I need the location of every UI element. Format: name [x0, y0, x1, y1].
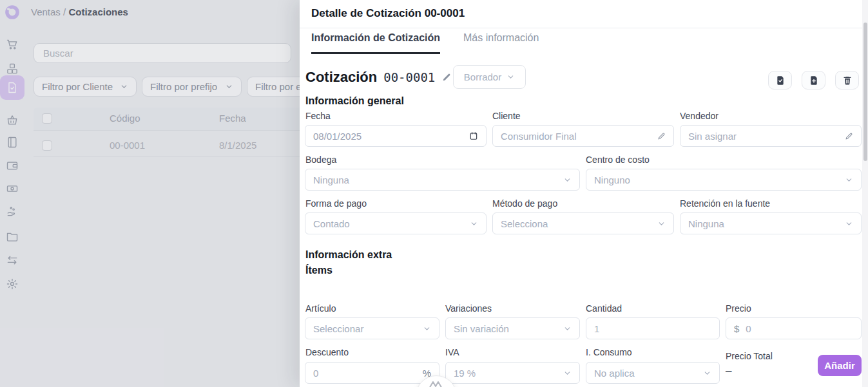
centro-costo-select[interactable]: Ninguno	[586, 169, 862, 191]
cantidad-field[interactable]	[594, 323, 711, 334]
variaciones-label: Variaciones	[445, 303, 492, 314]
chevron-down-icon	[563, 325, 572, 333]
precio-input[interactable]: $	[726, 317, 862, 339]
cliente-input[interactable]: Consumidor Final	[492, 125, 674, 147]
edit-pencil-icon[interactable]	[657, 132, 666, 140]
calendar-icon[interactable]	[469, 131, 478, 140]
panel-scrollbar-thumb[interactable]	[863, 23, 867, 161]
file-check-icon	[775, 75, 786, 86]
trash-icon	[842, 75, 853, 86]
chevron-down-icon	[845, 176, 853, 184]
vendedor-placeholder: Sin asignar	[688, 131, 737, 142]
chevron-down-icon	[703, 369, 711, 377]
section-items: Ítems	[305, 265, 333, 276]
section-informacion-general: Información general	[305, 95, 404, 107]
edit-pencil-icon[interactable]	[441, 72, 452, 82]
variaciones-value: Sin variación	[454, 323, 509, 334]
duplicate-quote-button[interactable]	[802, 71, 825, 90]
retencion-select[interactable]: Ninguna	[680, 212, 862, 234]
chevron-down-icon	[423, 325, 431, 333]
chevron-down-icon	[657, 220, 666, 228]
metodo-pago-label: Método de pago	[492, 198, 557, 209]
doc-number: 00-0001	[383, 70, 435, 84]
chevron-down-icon	[506, 73, 515, 81]
precio-total-value: –	[726, 364, 731, 377]
precio-label: Precio	[726, 303, 751, 314]
chevron-down-icon	[563, 369, 572, 377]
bodega-value: Ninguna	[313, 175, 349, 185]
consumo-value: No aplica	[594, 368, 635, 379]
iva-select[interactable]: 19 %	[445, 362, 580, 384]
delete-quote-button[interactable]	[835, 71, 859, 90]
forma-pago-value: Contado	[313, 218, 350, 229]
bodega-label: Bodega	[305, 155, 336, 165]
cantidad-input[interactable]	[586, 317, 720, 339]
descuento-field[interactable]	[313, 368, 423, 379]
vendedor-input[interactable]: Sin asignar	[680, 125, 862, 147]
precio-field[interactable]	[746, 323, 853, 334]
retencion-value: Ninguna	[688, 218, 724, 229]
articulo-select[interactable]: Seleccionar	[305, 317, 439, 339]
document-title-row: Cotización 00-0001	[305, 64, 452, 90]
quote-detail-panel: Detalle de Cotización 00-0001 Informació…	[300, 0, 868, 387]
fecha-label: Fecha	[305, 111, 331, 121]
consumo-label: I. Consumo	[586, 347, 632, 357]
centro-costo-label: Centro de costo	[586, 155, 650, 165]
centro-costo-value: Ninguno	[594, 175, 630, 185]
iva-label: IVA	[445, 347, 459, 357]
status-label: Borrador	[464, 71, 501, 82]
tab-informacion-cotizacion[interactable]: Información de Cotización	[311, 32, 440, 54]
tab-mas-informacion[interactable]: Más información	[463, 32, 539, 54]
file-plus-icon	[809, 75, 819, 86]
chevron-down-icon	[563, 176, 572, 184]
section-informacion-extra: Información extra	[305, 249, 392, 261]
divider	[300, 28, 868, 28]
articulo-value: Seleccionar	[313, 323, 363, 334]
chevron-down-icon	[845, 220, 853, 228]
forma-pago-label: Forma de pago	[305, 198, 367, 209]
precio-total-label: Precio Total	[726, 351, 773, 361]
edit-pencil-icon[interactable]	[845, 132, 853, 140]
add-item-button[interactable]: Añadir	[818, 355, 862, 376]
fecha-value: 08/01/2025	[313, 131, 362, 142]
panel-tabs: Información de Cotización Más informació…	[311, 32, 539, 54]
metodo-pago-value: Selecciona	[501, 218, 548, 229]
cliente-placeholder: Consumidor Final	[501, 131, 577, 142]
mountain-logo-icon	[427, 379, 446, 387]
cliente-label: Cliente	[492, 111, 521, 121]
panel-title: Detalle de Cotización 00-0001	[311, 7, 465, 20]
consumo-select[interactable]: No aplica	[586, 362, 720, 384]
fecha-input[interactable]: 08/01/2025	[305, 125, 487, 147]
articulo-label: Artículo	[305, 303, 336, 314]
approve-quote-button[interactable]	[768, 71, 792, 90]
iva-value: 19 %	[454, 368, 476, 379]
status-dropdown[interactable]: Borrador	[453, 65, 526, 89]
descuento-input[interactable]: %	[305, 362, 439, 384]
retencion-label: Retención en la fuente	[680, 198, 770, 209]
currency-prefix: $	[734, 323, 739, 334]
doc-title: Cotización	[305, 69, 377, 86]
descuento-label: Descuento	[305, 347, 349, 357]
metodo-pago-select[interactable]: Selecciona	[492, 212, 674, 234]
vendedor-label: Vendedor	[680, 111, 719, 121]
bodega-select[interactable]: Ninguna	[305, 169, 580, 191]
cantidad-label: Cantidad	[586, 303, 622, 314]
chevron-down-icon	[470, 220, 478, 228]
variaciones-select[interactable]: Sin variación	[445, 317, 580, 339]
forma-pago-select[interactable]: Contado	[305, 212, 487, 234]
